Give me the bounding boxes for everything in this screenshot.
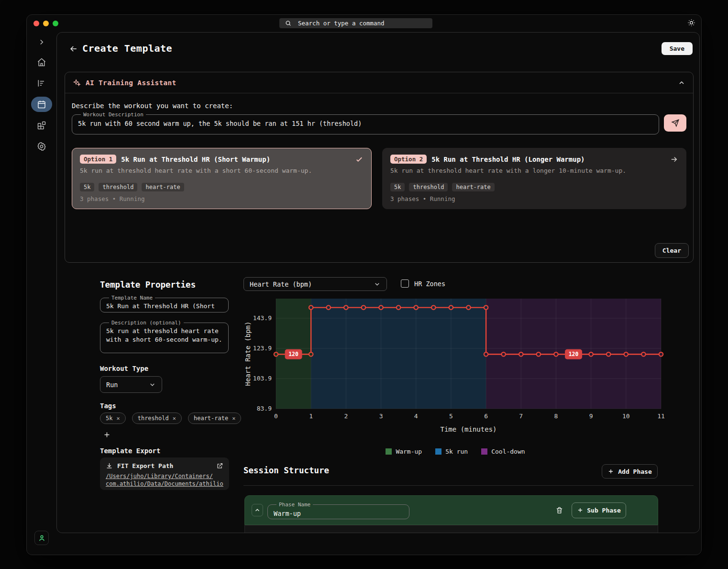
option-2-badge: Option 2 [390,155,427,164]
sidebar-item-calendar[interactable] [31,97,52,112]
send-prompt-button[interactable] [664,114,686,132]
phase-name-value[interactable]: Warm-up [274,509,403,517]
traffic-lights [33,21,58,26]
legend-swatch-5k-run [435,448,441,455]
add-sub-phase-button[interactable]: Sub Phase [572,502,626,518]
external-link-icon[interactable] [216,462,223,469]
chevron-down-icon [149,381,156,388]
sidebar-item-home[interactable] [31,55,52,70]
hr-zones-checkbox[interactable] [401,279,409,288]
sidebar-item-templates[interactable] [31,118,52,133]
tags-label: Tags [100,402,116,410]
tag-chip[interactable]: 5k ✕ [100,413,126,424]
calendar-icon [37,100,46,109]
workout-description-field[interactable]: Workout Description 5k run with 60 secon… [72,112,659,134]
option-1-tag: threshold [99,183,137,191]
fit-export-path-link[interactable]: /Users/juho/Library/Containers/ com.athi… [106,472,223,488]
check-icon [355,155,364,164]
add-phase-button[interactable]: Add Phase [602,464,658,479]
svg-text:120: 120 [288,351,298,357]
clear-button[interactable]: Clear [655,243,689,258]
remove-tag-icon[interactable]: ✕ [116,415,120,422]
workout-description-value[interactable]: 5k run with 60 second warm up, the 5k sh… [78,119,653,127]
close-window-button[interactable] [33,21,39,26]
trash-icon [555,506,563,514]
tag-chip-label: 5k [106,415,112,422]
remove-tag-icon[interactable]: ✕ [232,415,235,422]
command-search-input[interactable]: Search or type a command [279,18,432,28]
template-description-field[interactable]: Description (optional) 5k run at thresho… [100,320,229,353]
workout-description-label: Workout Description [81,112,146,118]
svg-text:3: 3 [379,413,383,420]
chart-metric-select[interactable]: Heart Rate (bpm) [243,277,387,291]
legend-item-warmup: Warm-up [386,448,422,455]
option-1-meta: 3 phases • Running [80,195,364,202]
fit-export-path-line2: com.athilio/Data/Documents/athilio/Gar… [106,480,223,488]
phase-name-field[interactable]: Phase Name Warm-up [267,502,409,519]
plus-icon [103,431,111,439]
heart-rate-chart[interactable]: 0123456789101183.9103.9123.9143.9Time (m… [243,294,668,437]
maximize-window-button[interactable] [53,21,58,26]
legend-swatch-cooldown [481,448,487,455]
svg-text:120: 120 [569,351,579,357]
minimize-window-button[interactable] [43,21,49,26]
tag-chip-label: threshold [138,415,169,422]
workout-type-select[interactable]: Run [100,376,162,393]
ai-option-card-2[interactable]: Option 2 5k Run at Threshold HR (Longer … [382,148,686,209]
arrow-right-icon[interactable] [670,155,678,164]
svg-text:10: 10 [622,413,630,420]
app-window: Search or type a command [26,14,702,555]
svg-text:11: 11 [657,413,665,420]
option-2-description: 5k run at threshold heart rate with a lo… [390,167,678,174]
plus-icon [607,468,614,475]
phase-name-label: Phase Name [276,502,313,508]
chart-metric-value: Heart Rate (bpm) [250,280,312,288]
template-properties-title: Template Properties [100,280,196,290]
download-icon [106,462,113,469]
legend-label: Cool-down [491,448,525,455]
template-description-value[interactable]: 5k run at threshold heart rate with a sh… [106,327,222,344]
add-phase-label: Add Phase [618,468,651,475]
tag-chip[interactable]: threshold ✕ [132,413,182,424]
svg-text:83.9: 83.9 [257,405,272,412]
user-account-button[interactable] [34,531,49,545]
ai-panel-header[interactable]: AI Training Assistant [65,72,693,93]
fit-export-card: FIT Export Path /Users/juho/Library/Cont… [100,457,229,490]
save-button[interactable]: Save [662,42,693,55]
option-1-tag: heart-rate [142,183,184,191]
legend-item-5k-run: 5k run [435,448,468,455]
ai-panel-title: AI Training Assistant [86,79,176,87]
delete-phase-button[interactable] [555,506,563,514]
send-icon [671,119,680,127]
page-title: Create Template [82,43,172,54]
theme-toggle-button[interactable] [687,19,695,27]
add-tag-button[interactable] [102,430,111,439]
blocks-icon [37,121,46,130]
hr-zones-label: HR Zones [414,280,445,288]
fit-export-path-line1: /Users/juho/Library/Containers/ [106,472,223,480]
tag-chip[interactable]: heart-rate ✕ [188,413,241,424]
template-name-field[interactable]: Template Name 5k Run at Threshold HR (Sh… [100,295,229,312]
option-1-title: 5k Run at Threshold HR (Short Warmup) [121,156,270,163]
sidebar-item-stats[interactable] [31,76,52,91]
sidebar-item-settings[interactable] [31,139,52,154]
remove-tag-icon[interactable]: ✕ [173,415,176,422]
sidebar-expand-button[interactable] [31,34,52,50]
ai-option-card-1[interactable]: Option 1 5k Run at Threshold HR (Short W… [72,148,372,209]
home-icon [37,57,46,67]
legend-item-cooldown: Cool-down [481,448,525,455]
tag-chip-label: heart-rate [194,415,228,422]
desktop-background: Search or type a command [0,0,728,569]
main-content-panel: Create Template Save AI Training Assista… [56,32,700,533]
ai-panel-collapse-button[interactable] [678,79,685,87]
titlebar: Search or type a command [27,15,701,32]
svg-text:143.9: 143.9 [253,314,272,322]
session-structure-title: Session Structure [243,466,329,475]
svg-text:6: 6 [484,413,488,420]
back-button[interactable] [67,43,80,55]
template-name-value[interactable]: 5k Run at Threshold HR (Short Warmup) [106,302,222,312]
option-1-badge: Option 1 [80,155,116,164]
option-1-description: 5k run at threshold heart rate with a sh… [80,167,364,174]
phase-collapse-button[interactable] [252,504,263,516]
chevron-down-icon [374,280,381,288]
